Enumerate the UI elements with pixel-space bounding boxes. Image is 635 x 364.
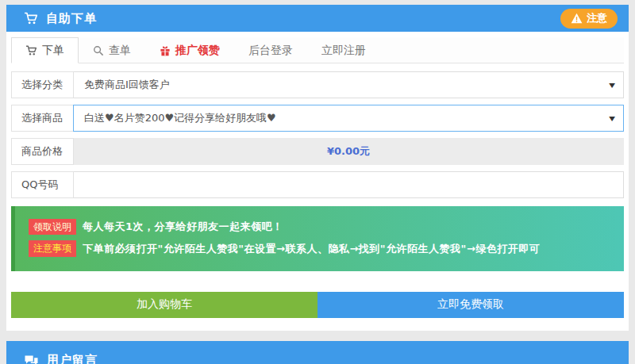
claim-instructions-text: 每人每天1次，分享给好朋友一起来领吧！: [83, 220, 283, 234]
price-row: 商品价格 ¥0.00元: [11, 138, 624, 165]
add-to-cart-button[interactable]: 加入购物车: [11, 292, 318, 318]
order-panel: 自助下单 注意 下单: [6, 5, 629, 331]
price-field: ¥0.00元: [73, 138, 624, 165]
gift-icon: [160, 45, 171, 56]
tab-label: 下单: [42, 44, 64, 58]
tab-register[interactable]: 立即注册: [307, 37, 380, 63]
category-selected-value: 免费商品Ⅰ回馈客户: [84, 78, 170, 92]
product-row: 选择商品 白送♥名片赞200♥记得分享给好朋友哦♥ ▼: [11, 105, 624, 132]
tab-admin-login[interactable]: 后台登录: [234, 37, 307, 63]
notice-panel: 领取说明 每人每天1次，分享给好朋友一起来领吧！ 注意事项 下单前必须打开"允许…: [11, 206, 624, 271]
product-label: 选择商品: [11, 105, 74, 132]
cart-icon: [25, 45, 37, 56]
precautions-text: 下单前必须打开"允许陌生人赞我"在设置→联系人、隐私→找到"允许陌生人赞我"→绿…: [83, 242, 540, 256]
comments-icon: [24, 354, 39, 364]
tab-label: 立即注册: [321, 44, 366, 58]
category-field: 免费商品Ⅰ回馈客户 ▼: [73, 71, 624, 98]
claim-instructions-badge: 领取说明: [29, 219, 76, 235]
category-row: 选择分类 免费商品Ⅰ回馈客户 ▼: [11, 71, 624, 98]
tab-check-order[interactable]: 查单: [79, 37, 145, 63]
qq-label: QQ号码: [11, 171, 74, 198]
product-selected-value: 白送♥名片赞200♥记得分享给好朋友哦♥: [84, 111, 276, 125]
cart-icon: [24, 12, 38, 25]
product-select[interactable]: 白送♥名片赞200♥记得分享给好朋友哦♥: [73, 105, 624, 132]
tab-label: 查单: [109, 44, 131, 58]
search-icon: [93, 45, 104, 56]
category-select[interactable]: 免费商品Ⅰ回馈客户: [73, 71, 624, 98]
tab-promo-likes[interactable]: 推广领赞: [145, 37, 234, 63]
notice-button-label: 注意: [587, 11, 607, 25]
category-label: 选择分类: [11, 71, 74, 98]
precautions-line: 注意事项 下单前必须打开"允许陌生人赞我"在设置→联系人、隐私→找到"允许陌生人…: [29, 240, 616, 256]
get-free-button[interactable]: 立即免费领取: [318, 292, 624, 318]
tab-bar: 下单 查单: [11, 37, 624, 63]
price-value: ¥0.00元: [73, 138, 624, 165]
panel-header: 自助下单 注意: [6, 5, 629, 32]
panel-body: 下单 查单: [6, 32, 629, 331]
qq-input[interactable]: [73, 171, 624, 198]
notice-button[interactable]: 注意: [560, 9, 618, 29]
qq-row: QQ号码: [11, 171, 624, 198]
warning-icon: [571, 13, 583, 24]
page-title: 自助下单: [46, 11, 97, 26]
section-title: 用户留言: [47, 353, 98, 364]
precautions-badge: 注意事项: [29, 240, 76, 256]
qq-field: [73, 171, 624, 198]
price-label: 商品价格: [11, 138, 74, 165]
tab-order[interactable]: 下单: [11, 37, 79, 63]
user-comments-header: 用户留言: [6, 341, 629, 364]
claim-instructions-line: 领取说明 每人每天1次，分享给好朋友一起来领吧！: [29, 219, 616, 235]
tab-label: 推广领赞: [175, 44, 220, 58]
tab-label: 后台登录: [248, 44, 293, 58]
product-field: 白送♥名片赞200♥记得分享给好朋友哦♥ ▼: [73, 105, 624, 132]
action-buttons: 加入购物车 立即免费领取: [11, 292, 624, 318]
